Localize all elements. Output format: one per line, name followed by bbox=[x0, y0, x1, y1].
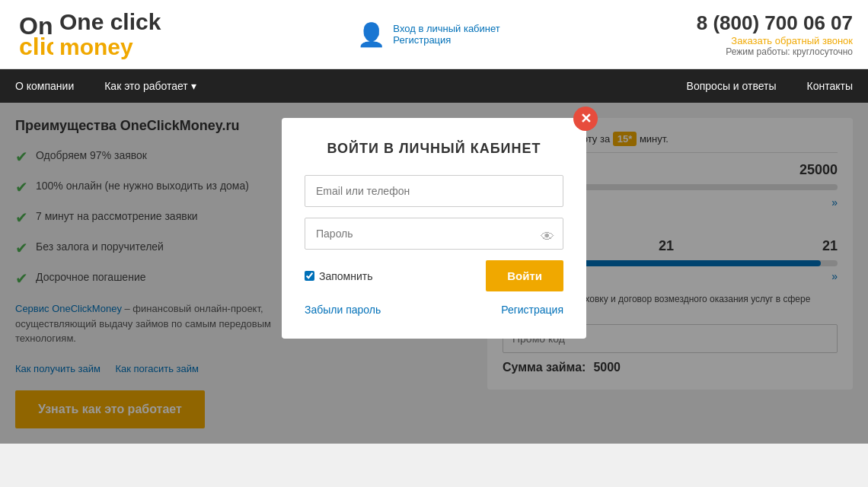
remember-row: Запомнить bbox=[305, 270, 373, 282]
header-auth: 👤 Вход в личный кабинет Регистрация bbox=[357, 21, 499, 48]
login-button[interactable]: Войти bbox=[486, 260, 563, 291]
logo-line1: One click bbox=[59, 9, 161, 34]
auth-links: Вход в личный кабинет Регистрация bbox=[393, 23, 499, 46]
nav-item-about[interactable]: О компании bbox=[0, 69, 89, 103]
header: One click One click money 👤 Вход в личны… bbox=[0, 0, 868, 69]
svg-text:click: click bbox=[19, 33, 53, 60]
login-link[interactable]: Вход в личный кабинет bbox=[393, 23, 499, 34]
eye-icon[interactable]: 👁 bbox=[541, 229, 554, 245]
modal-title: ВОЙТИ В ЛИЧНЫЙ КАБИНЕТ bbox=[305, 141, 563, 157]
working-hours: Режим работы: круглосуточно bbox=[697, 46, 853, 57]
callback-link[interactable]: Заказать обратный звонок bbox=[697, 35, 853, 46]
forgot-password-link[interactable]: Забыли пароль bbox=[305, 304, 381, 316]
nav-item-faq[interactable]: Вопросы и ответы bbox=[672, 69, 792, 103]
nav-item-how[interactable]: Как это работает ▾ bbox=[89, 69, 211, 103]
modal-register-link[interactable]: Регистрация bbox=[501, 304, 563, 316]
logo-line2: money bbox=[59, 34, 161, 59]
email-field[interactable] bbox=[305, 175, 563, 207]
password-field[interactable] bbox=[305, 218, 563, 250]
modal-overlay[interactable]: ✕ ВОЙТИ В ЛИЧНЫЙ КАБИНЕТ 👁 Запомнить Вой… bbox=[0, 103, 868, 444]
nav-item-contacts[interactable]: Контакты bbox=[792, 69, 868, 103]
modal-close-button[interactable]: ✕ bbox=[573, 107, 598, 131]
header-contact: 8 (800) 700 06 07 Заказать обратный звон… bbox=[697, 11, 853, 57]
modal-links: Забыли пароль Регистрация bbox=[305, 304, 563, 316]
modal-actions: Запомнить Войти bbox=[305, 260, 563, 291]
register-link[interactable]: Регистрация bbox=[393, 34, 499, 46]
logo-icon: One click bbox=[15, 8, 53, 61]
remember-checkbox[interactable] bbox=[305, 271, 314, 281]
user-icon: 👤 bbox=[357, 21, 385, 48]
logo: One click One click money bbox=[15, 8, 161, 61]
navigation: О компании Как это работает ▾ Вопросы и … bbox=[0, 69, 868, 103]
phone-number: 8 (800) 700 06 07 bbox=[697, 11, 853, 35]
remember-label: Запомнить bbox=[319, 270, 373, 282]
password-row: 👁 bbox=[305, 218, 563, 260]
main-content: Преимущества OneClickMoney.ru ✔ Одобряем… bbox=[0, 103, 868, 444]
login-modal: ✕ ВОЙТИ В ЛИЧНЫЙ КАБИНЕТ 👁 Запомнить Вой… bbox=[282, 118, 586, 339]
